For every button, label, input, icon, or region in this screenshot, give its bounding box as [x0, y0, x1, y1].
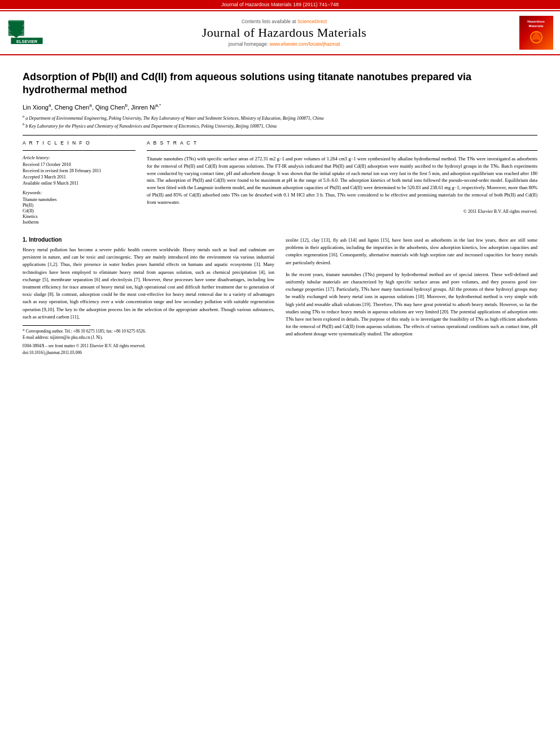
- keyword-1: Titanate nanotubes: [23, 197, 135, 202]
- copyright-line: © 2011 Elsevier B.V. All rights reserved…: [147, 209, 537, 214]
- article-info-heading: A R T I C L E I N F O: [23, 140, 135, 146]
- hazmat-logo-box: Hazardous Materials: [519, 16, 553, 50]
- keyword-2: Pb(II): [23, 203, 135, 208]
- affiliations-block: a a Department of Environmental Engineer…: [23, 113, 537, 129]
- sciencedirect-link[interactable]: ScienceDirect: [298, 19, 327, 24]
- available-online-date: Available online 9 March 2011: [23, 181, 135, 186]
- footnote-divider: [23, 325, 90, 326]
- elsevier-logo-svg: ELSEVIER: [6, 18, 48, 47]
- svg-text:ELSEVIER: ELSEVIER: [16, 39, 38, 44]
- footnote-issn: 0304-3894/$ – see front matter © 2011 El…: [23, 343, 274, 349]
- journal-header: ELSEVIER Contents lists available at Sci…: [0, 10, 560, 55]
- article-info-abstract: A R T I C L E I N F O Article history: R…: [23, 140, 537, 225]
- authors-line: Lin Xionga, Cheng Chena, Qing Chenb, Jin…: [23, 103, 537, 111]
- abstract-text: Titanate nanotubes (TNs) with specific s…: [147, 155, 537, 206]
- affiliation-a: a a Department of Environmental Engineer…: [23, 113, 537, 121]
- journal-citation-bar: Journal of Hazardous Materials 189 (2011…: [0, 0, 560, 9]
- keywords-label: Keywords:: [23, 190, 135, 195]
- article-title: Adsorption of Pb(II) and Cd(II) from aqu…: [23, 71, 537, 97]
- journal-homepage: journal homepage: www.elsevier.com/locat…: [51, 41, 518, 47]
- abstract-divider: [147, 150, 537, 151]
- accepted-date: Accepted 3 March 2011: [23, 174, 135, 180]
- received-date: Received 17 October 2010: [23, 162, 135, 167]
- footnote-corresponding: * Corresponding author. Tel.: +86 10 627…: [23, 328, 274, 334]
- article-info-col: A R T I C L E I N F O Article history: R…: [23, 140, 135, 225]
- paper-content: Adsorption of Pb(II) and Cd(II) from aqu…: [0, 55, 560, 364]
- intro-paragraph-3: In the recent years, titanate nanotubes …: [286, 271, 537, 338]
- intro-paragraph-2: zeolite [12], clay [13], fly ash [14] an…: [286, 237, 537, 267]
- affiliation-b: b b Key Laboratory for the Physics and C…: [23, 121, 537, 129]
- journal-name: Journal of Hazardous Materials: [51, 25, 518, 40]
- keyword-4: Kinetics: [23, 214, 135, 219]
- intro-paragraph-1: Heavy metal pollution has become a sever…: [23, 246, 274, 321]
- journal-title-block: Contents lists available at ScienceDirec…: [51, 19, 518, 47]
- keyword-5: Isotherm: [23, 220, 135, 225]
- received-revised-date: Received in revised form 28 February 201…: [23, 168, 135, 173]
- journal-logo: Hazardous Materials: [518, 16, 554, 50]
- contents-available-line: Contents lists available at ScienceDirec…: [51, 19, 518, 24]
- body-left-col: 1. Introduction Heavy metal pollution ha…: [23, 237, 274, 356]
- history-label: Article history:: [23, 155, 135, 160]
- abstract-heading: A B S T R A C T: [147, 140, 537, 146]
- elsevier-logo: ELSEVIER: [6, 18, 51, 48]
- intro-heading: 1. Introduction: [23, 237, 274, 243]
- info-divider: [23, 150, 135, 151]
- footnote-email: E-mail address: nijinren@ie.pku.edu.cn (…: [23, 334, 274, 340]
- keyword-3: Cd(II): [23, 208, 135, 213]
- abstract-col: A B S T R A C T Titanate nanotubes (TNs)…: [147, 140, 537, 225]
- citation-text: Journal of Hazardous Materials 189 (2011…: [221, 2, 339, 7]
- homepage-url[interactable]: www.elsevier.com/locate/jhazmat: [270, 41, 340, 47]
- body-right-col: zeolite [12], clay [13], fly ash [14] an…: [286, 237, 537, 356]
- footnote-doi: doi:10.1016/j.jhazmat.2011.03.006: [23, 350, 274, 356]
- header-divider: [23, 135, 537, 136]
- main-body: 1. Introduction Heavy metal pollution ha…: [23, 237, 537, 356]
